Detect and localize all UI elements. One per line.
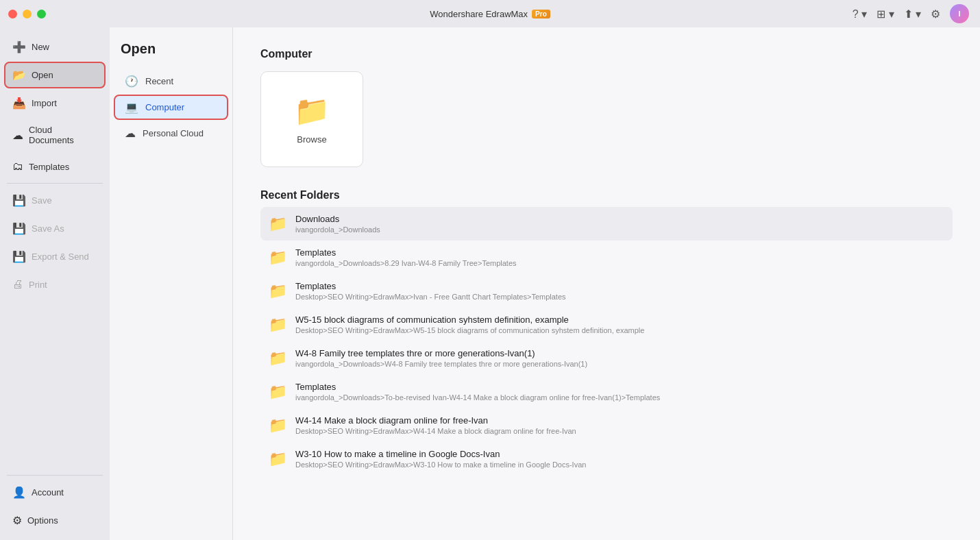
folder-name: W4-14 Make a block diagram online for fr… (295, 415, 576, 426)
folder-icon: 📁 (269, 349, 287, 367)
folder-row[interactable]: 📁 Templates Desktop>SEO Writing>EdrawMax… (260, 274, 953, 308)
folder-icon: 📁 (269, 417, 287, 434)
print-icon: 🖨 (12, 278, 23, 291)
folder-info: Templates Desktop>SEO Writing>EdrawMax>I… (295, 281, 566, 301)
folder-icon: 📁 (269, 282, 287, 300)
folder-row[interactable]: 📁 W3-10 How to make a timeline in Google… (260, 442, 953, 476)
content-area: Open 🕐 Recent 💻 Computer ☁ Personal Clou… (110, 27, 980, 540)
titlebar-right: ? ▾ ⊞ ▾ ⬆ ▾ ⚙ I (853, 4, 969, 23)
sidebar-item-account[interactable]: 👤 Account (4, 479, 106, 506)
sidebar-item-new[interactable]: ➕ New (4, 34, 106, 60)
folder-row[interactable]: 📁 Downloads ivangordola_>Downloads (260, 207, 953, 241)
share-icon[interactable]: ⬆ ▾ (904, 8, 921, 21)
sidebar-divider (7, 183, 103, 184)
cloud-icon: ☁ (12, 129, 23, 142)
sidebar-item-import[interactable]: 📥 Import (4, 90, 106, 116)
folder-name: Downloads (295, 214, 380, 224)
sidebar-label-options: Options (27, 515, 58, 526)
sidebar-label-account: Account (32, 487, 64, 498)
folder-name: W4-8 Family tree templates thre or more … (295, 348, 587, 358)
folder-row[interactable]: 📁 W5-15 block diagrams of communication … (260, 308, 953, 341)
folder-info: Templates ivangordola_>Downloads>To-be-r… (295, 382, 660, 402)
account-icon: 👤 (12, 486, 26, 499)
templates-icon: 🗂 (12, 160, 23, 173)
window-controls[interactable] (8, 10, 46, 19)
recent-folders-title: Recent Folders (260, 189, 953, 201)
sidebar-item-cloud[interactable]: ☁ Cloud Documents (4, 118, 106, 152)
folder-name: Templates (295, 281, 566, 291)
app-title: Wondershare EdrawMax Pro (430, 9, 550, 19)
help-icon[interactable]: ? ▾ (853, 8, 867, 21)
folder-path: Desktop>SEO Writing>EdrawMax>W3-10 How t… (295, 461, 586, 469)
folder-row[interactable]: 📁 W4-14 Make a block diagram online for … (260, 408, 953, 442)
folder-info: Downloads ivangordola_>Downloads (295, 214, 380, 234)
left-panel-recent[interactable]: 🕐 Recent (114, 69, 228, 94)
folder-path: Desktop>SEO Writing>EdrawMax>W4-14 Make … (295, 427, 576, 435)
recent-icon: 🕐 (125, 75, 138, 88)
folder-name: W5-15 block diagrams of communication sy… (295, 315, 644, 325)
folder-info: W3-10 How to make a timeline in Google D… (295, 449, 586, 469)
left-panel-personal-cloud[interactable]: ☁ Personal Cloud (114, 121, 228, 146)
settings-icon[interactable]: ⚙ (931, 8, 940, 21)
folder-info: W4-8 Family tree templates thre or more … (295, 348, 587, 368)
folder-icon: 📁 (269, 450, 287, 468)
sidebar-label-export: Export & Send (32, 251, 89, 262)
save-icon: 💾 (12, 194, 26, 207)
main-content: Computer 📁 Browse Recent Folders 📁 Downl… (233, 27, 980, 540)
sidebar-item-open[interactable]: 📂 Open (4, 62, 106, 88)
folder-path: ivangordola_>Downloads>8.29 Ivan-W4-8 Fa… (295, 259, 517, 267)
main-layout: ➕ New 📂 Open 📥 Import ☁ Cloud Documents … (0, 27, 980, 540)
import-icon: 📥 (12, 97, 26, 110)
folder-icon: 📁 (269, 215, 287, 233)
folder-info: W4-14 Make a block diagram online for fr… (295, 415, 576, 435)
folder-path: ivangordola_>Downloads (295, 225, 380, 234)
sidebar-label-templates: Templates (29, 162, 69, 172)
close-button[interactable] (8, 10, 17, 19)
folder-path: Desktop>SEO Writing>EdrawMax>Ivan - Free… (295, 293, 566, 301)
pro-badge: Pro (532, 10, 550, 19)
sidebar-label-print: Print (29, 280, 47, 290)
sidebar: ➕ New 📂 Open 📥 Import ☁ Cloud Documents … (0, 27, 110, 540)
grid-icon[interactable]: ⊞ ▾ (877, 8, 894, 21)
folder-name: W3-10 How to make a timeline in Google D… (295, 449, 586, 459)
folder-row[interactable]: 📁 Templates ivangordola_>Downloads>To-be… (260, 375, 953, 408)
folder-path: Desktop>SEO Writing>EdrawMax>W5-15 block… (295, 326, 644, 334)
folder-row[interactable]: 📁 W4-8 Family tree templates thre or mor… (260, 341, 953, 375)
sidebar-label-save: Save (32, 195, 52, 206)
sidebar-item-export: 💾 Export & Send (4, 243, 106, 270)
folder-name: Templates (295, 247, 517, 258)
export-icon: 💾 (12, 250, 26, 263)
sidebar-item-saveas: 💾 Save As (4, 215, 106, 242)
open-icon: 📂 (12, 69, 26, 82)
folder-info: W5-15 block diagrams of communication sy… (295, 315, 644, 334)
folder-path: ivangordola_>Downloads>W4-8 Family tree … (295, 360, 587, 368)
maximize-button[interactable] (37, 10, 46, 19)
sidebar-bottom-divider (7, 475, 103, 476)
sidebar-label-open: Open (32, 70, 53, 80)
left-panel: Open 🕐 Recent 💻 Computer ☁ Personal Clou… (110, 27, 233, 540)
left-panel-computer[interactable]: 💻 Computer (114, 95, 228, 120)
browse-folder-icon: 📁 (294, 94, 330, 127)
left-panel-personal-cloud-label: Personal Cloud (143, 128, 204, 138)
folder-path: ivangordola_>Downloads>To-be-revised Iva… (295, 393, 660, 402)
avatar[interactable]: I (950, 4, 969, 23)
computer-section-title: Computer (260, 48, 953, 60)
folder-name: Templates (295, 382, 660, 392)
saveas-icon: 💾 (12, 222, 26, 235)
new-icon: ➕ (12, 40, 26, 53)
sidebar-item-options[interactable]: ⚙ Options (4, 507, 106, 534)
left-panel-title: Open (110, 41, 232, 68)
titlebar: Wondershare EdrawMax Pro ? ▾ ⊞ ▾ ⬆ ▾ ⚙ I (0, 0, 980, 27)
folder-row[interactable]: 📁 Templates ivangordola_>Downloads>8.29 … (260, 241, 953, 274)
browse-card[interactable]: 📁 Browse (260, 71, 363, 167)
sidebar-item-print: 🖨 Print (4, 271, 106, 297)
left-panel-recent-label: Recent (145, 76, 173, 86)
folder-info: Templates ivangordola_>Downloads>8.29 Iv… (295, 247, 517, 267)
options-icon: ⚙ (12, 514, 22, 527)
sidebar-item-templates[interactable]: 🗂 Templates (4, 154, 106, 180)
computer-icon: 💻 (125, 101, 138, 114)
sidebar-label-saveas: Save As (32, 223, 64, 234)
sidebar-label-new: New (32, 42, 49, 52)
minimize-button[interactable] (23, 10, 32, 19)
folder-icon: 📁 (269, 249, 287, 267)
